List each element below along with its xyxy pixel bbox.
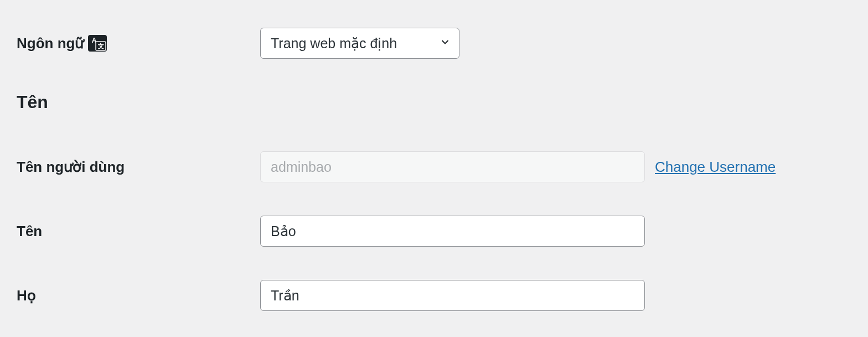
translate-svg: A 文 [88,35,107,52]
last-name-row: Họ [17,280,851,311]
last-name-input[interactable] [260,280,645,311]
language-select[interactable]: Trang web mặc định [260,28,459,59]
username-input [260,151,645,182]
first-name-label: Tên [17,223,260,240]
section-name-heading: Tên [17,92,851,113]
translate-icon: A 文 [88,35,107,52]
language-row: Ngôn ngữ A 文 Trang web mặc định [17,28,851,59]
first-name-row: Tên [17,216,851,247]
language-label-text: Ngôn ngữ [17,35,84,52]
change-username-link[interactable]: Change Username [655,159,776,176]
first-name-input[interactable] [260,216,645,247]
language-label: Ngôn ngữ A 文 [17,35,260,52]
language-select-wrapper: Trang web mặc định [260,28,459,59]
username-label: Tên người dùng [17,159,260,176]
svg-text:文: 文 [97,43,104,49]
username-row: Tên người dùng Change Username [17,151,851,182]
last-name-label: Họ [17,287,260,304]
